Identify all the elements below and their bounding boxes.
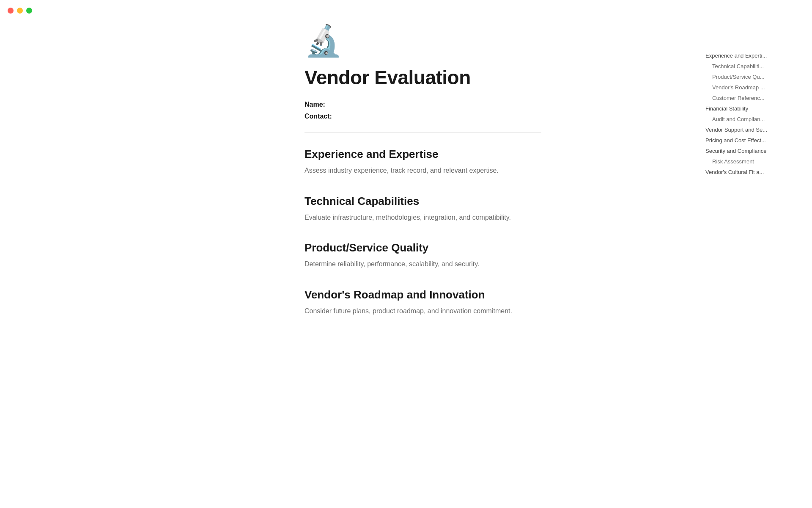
toc-item-10[interactable]: Risk Assessment: [702, 157, 795, 166]
section-roadmap: Vendor's Roadmap and Innovation Consider…: [304, 288, 541, 317]
contact-label: Contact:: [304, 113, 338, 120]
name-value[interactable]: [342, 106, 541, 107]
close-button[interactable]: [8, 8, 14, 14]
name-label: Name:: [304, 101, 338, 108]
page-icon: 🔬: [304, 25, 541, 56]
section-title-experience: Experience and Expertise: [304, 148, 541, 161]
toc-item-5[interactable]: Financial Stability: [702, 104, 795, 113]
section-experience: Experience and Expertise Assess industry…: [304, 148, 541, 176]
toc-item-8[interactable]: Pricing and Cost Effect...: [702, 135, 795, 145]
toc-item-1[interactable]: Technical Capabiliti...: [702, 61, 795, 71]
traffic-lights: [8, 8, 32, 14]
toc-item-2[interactable]: Product/Service Qu...: [702, 72, 795, 82]
section-technical: Technical Capabilities Evaluate infrastr…: [304, 195, 541, 223]
section-desc-technical: Evaluate infrastructure, methodologies, …: [304, 212, 541, 223]
section-desc-roadmap: Consider future plans, product roadmap, …: [304, 306, 541, 317]
divider: [304, 132, 541, 133]
section-desc-experience: Assess industry experience, track record…: [304, 165, 541, 176]
section-desc-quality: Determine reliability, performance, scal…: [304, 259, 541, 270]
section-title-technical: Technical Capabilities: [304, 195, 541, 208]
section-quality: Product/Service Quality Determine reliab…: [304, 241, 541, 270]
name-field-row: Name:: [304, 101, 541, 108]
contact-value[interactable]: [342, 118, 541, 119]
minimize-button[interactable]: [17, 8, 23, 14]
page-title: Vendor Evaluation: [304, 66, 541, 89]
toc-item-7[interactable]: Vendor Support and Se...: [702, 125, 795, 135]
toc-item-9[interactable]: Security and Compliance: [702, 146, 795, 156]
page-container: 🔬 Vendor Evaluation Name: Contact: Exper…: [0, 0, 812, 508]
section-title-quality: Product/Service Quality: [304, 241, 541, 254]
toc-item-11[interactable]: Vendor's Cultural Fit a...: [702, 167, 795, 177]
toc-item-6[interactable]: Audit and Complian...: [702, 114, 795, 124]
toc-item-0[interactable]: Experience and Experti...: [702, 51, 795, 61]
toc-item-3[interactable]: Vendor's Roadmap ...: [702, 83, 795, 92]
main-content: 🔬 Vendor Evaluation Name: Contact: Exper…: [152, 0, 660, 508]
section-title-roadmap: Vendor's Roadmap and Innovation: [304, 288, 541, 301]
maximize-button[interactable]: [26, 8, 32, 14]
toc-item-4[interactable]: Customer Referenc...: [702, 93, 795, 103]
contact-field-row: Contact:: [304, 113, 541, 120]
toc-sidebar: Experience and Experti...Technical Capab…: [702, 51, 795, 178]
